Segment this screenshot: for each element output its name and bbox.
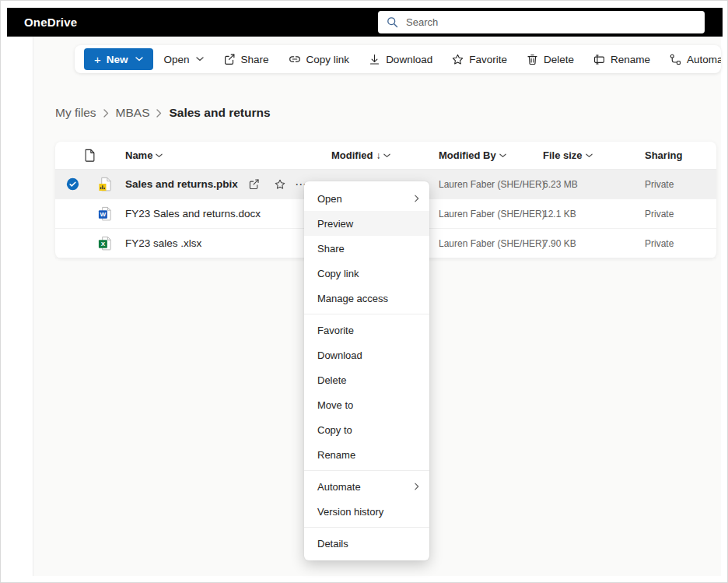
- menu-item-manage-access[interactable]: Manage access: [304, 286, 429, 311]
- file-type-column-icon: [84, 142, 96, 169]
- toolbar-automate-label: Automate: [687, 54, 721, 65]
- search-input[interactable]: [406, 16, 697, 28]
- menu-item-rename[interactable]: Rename: [304, 442, 429, 467]
- file-size-value: 6.23 MB: [543, 170, 578, 198]
- share-icon: [222, 52, 236, 66]
- column-header-name[interactable]: Name: [125, 142, 163, 169]
- menu-item-favorite[interactable]: Favorite: [304, 318, 429, 342]
- column-header-modified[interactable]: Modified ↓: [331, 142, 390, 169]
- search-icon: [386, 16, 399, 29]
- toolbar-copy-link-button[interactable]: Copy link: [280, 47, 358, 71]
- menu-item-move-to[interactable]: Move to: [304, 392, 429, 417]
- toolbar-open-label: Open: [164, 54, 190, 65]
- file-size-value: 12.1 KB: [543, 199, 576, 228]
- toolbar-delete-button[interactable]: Delete: [518, 47, 582, 71]
- selection-check-icon[interactable]: [66, 170, 79, 198]
- modified-by-value: Lauren Faber (SHE/HER): [439, 229, 545, 258]
- column-header-modified-by[interactable]: Modified By: [439, 142, 506, 169]
- menu-item-preview[interactable]: Preview: [304, 211, 429, 236]
- toolbar-download-label: Download: [386, 54, 432, 65]
- chevron-down-icon: [499, 153, 506, 158]
- link-icon: [288, 52, 302, 66]
- toolbar-favorite-label: Favorite: [469, 54, 507, 65]
- chevron-right-icon: [415, 483, 419, 490]
- column-header-file-size[interactable]: File size: [543, 142, 593, 169]
- svg-text:X: X: [101, 241, 106, 248]
- row-favorite-star-icon[interactable]: [270, 170, 290, 198]
- chevron-right-icon: [156, 109, 162, 118]
- menu-item-automate[interactable]: Automate: [304, 474, 429, 499]
- file-name[interactable]: Sales and returns.pbix: [125, 170, 238, 198]
- menu-item-share[interactable]: Share: [304, 236, 429, 261]
- sharing-value: Private: [645, 199, 674, 228]
- new-button-label: New: [107, 54, 128, 65]
- search-box[interactable]: [378, 11, 705, 33]
- menu-divider: [304, 314, 429, 314]
- file-list-header: Name Modified ↓ Modified By File size Sh…: [55, 142, 716, 170]
- chevron-down-icon: [196, 57, 204, 61]
- chevron-down-icon: [383, 153, 390, 158]
- menu-item-copy-link[interactable]: Copy link: [304, 261, 429, 286]
- toolbar-share-button[interactable]: Share: [215, 47, 277, 71]
- toolbar-automate-button[interactable]: Automate: [661, 47, 721, 71]
- chevron-down-icon: [156, 153, 163, 158]
- toolbar-download-button[interactable]: Download: [360, 47, 440, 71]
- flow-icon: [669, 53, 682, 66]
- toolbar-open-button[interactable]: Open: [156, 47, 212, 71]
- breadcrumb: My files MBAS Sales and returns: [55, 106, 271, 120]
- breadcrumb-mbas[interactable]: MBAS: [116, 106, 150, 120]
- sharing-value: Private: [645, 229, 674, 258]
- top-app-bar: OneDrive: [7, 8, 723, 37]
- chevron-down-icon: [135, 57, 143, 61]
- menu-item-version-history[interactable]: Version history: [304, 499, 429, 524]
- download-icon: [368, 53, 381, 66]
- modified-by-value: Lauren Faber (SHE/HER): [439, 199, 545, 228]
- chevron-down-icon: [586, 153, 593, 158]
- context-menu: Open Preview Share Copy link Manage acce…: [304, 181, 429, 560]
- word-file-icon: W: [97, 199, 114, 228]
- toolbar-copy-link-label: Copy link: [306, 54, 350, 65]
- onedrive-window: OneDrive + New Open Share Copy link Dow: [0, 0, 728, 583]
- command-toolbar: + New Open Share Copy link Download Favo…: [75, 45, 721, 73]
- menu-item-open[interactable]: Open: [304, 186, 429, 211]
- menu-divider: [304, 470, 429, 471]
- modified-by-value: Lauren Faber (SHE/HER): [439, 170, 545, 198]
- menu-item-delete[interactable]: Delete: [304, 367, 429, 392]
- star-icon: [451, 53, 464, 66]
- excel-file-icon: X: [97, 229, 114, 258]
- toolbar-favorite-button[interactable]: Favorite: [443, 47, 515, 71]
- breadcrumb-current-folder: Sales and returns: [169, 106, 270, 120]
- sort-descending-icon: ↓: [376, 150, 380, 161]
- trash-icon: [526, 53, 539, 66]
- toolbar-rename-button[interactable]: Rename: [585, 47, 658, 71]
- new-button[interactable]: + New: [84, 48, 153, 70]
- chevron-right-icon: [103, 109, 109, 118]
- document-icon: [84, 149, 96, 162]
- file-name[interactable]: FY23 Sales and returns.docx: [125, 199, 261, 228]
- toolbar-delete-label: Delete: [544, 54, 574, 65]
- app-title: OneDrive: [24, 16, 77, 29]
- rename-icon: [593, 53, 606, 66]
- breadcrumb-my-files[interactable]: My files: [55, 106, 96, 120]
- plus-icon: +: [94, 53, 101, 66]
- powerbi-file-icon: [97, 170, 114, 198]
- column-header-sharing[interactable]: Sharing: [645, 142, 682, 169]
- menu-item-copy-to[interactable]: Copy to: [304, 417, 429, 442]
- menu-divider: [304, 527, 429, 528]
- chevron-right-icon: [415, 195, 419, 202]
- file-size-value: 7.90 KB: [543, 229, 576, 258]
- menu-item-download[interactable]: Download: [304, 342, 429, 367]
- row-share-icon[interactable]: [243, 170, 264, 198]
- toolbar-rename-label: Rename: [611, 54, 650, 65]
- file-name[interactable]: FY23 sales .xlsx: [125, 229, 201, 258]
- svg-text:W: W: [100, 211, 107, 218]
- sharing-value: Private: [645, 170, 674, 198]
- menu-item-details[interactable]: Details: [304, 531, 429, 556]
- toolbar-share-label: Share: [241, 54, 269, 65]
- left-rail: [7, 37, 33, 576]
